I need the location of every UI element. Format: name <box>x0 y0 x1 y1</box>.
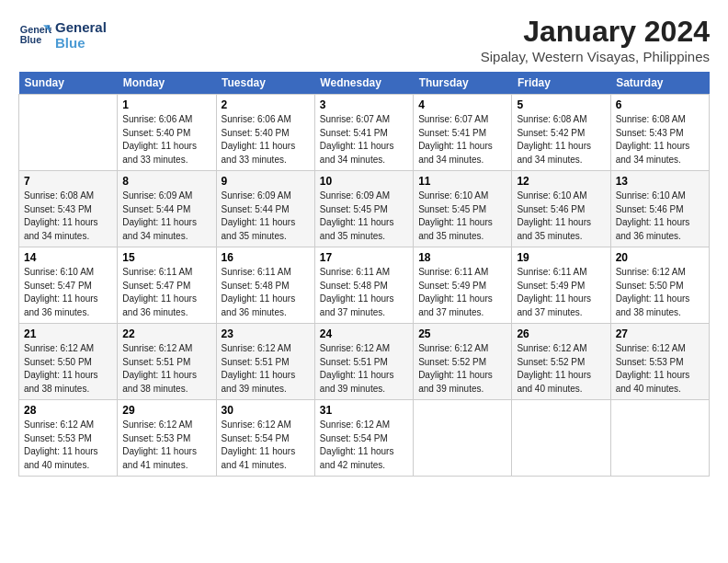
day-info: Sunrise: 6:08 AM Sunset: 5:43 PM Dayligh… <box>616 113 704 167</box>
day-number: 31 <box>320 404 408 417</box>
day-info: Sunrise: 6:09 AM Sunset: 5:45 PM Dayligh… <box>320 190 408 243</box>
day-info: Sunrise: 6:10 AM Sunset: 5:46 PM Dayligh… <box>616 190 704 243</box>
day-info: Sunrise: 6:10 AM Sunset: 5:45 PM Dayligh… <box>418 190 506 243</box>
calendar-week-row: 21Sunrise: 6:12 AM Sunset: 5:50 PM Dayli… <box>19 324 710 400</box>
calendar-cell: 30Sunrise: 6:12 AM Sunset: 5:54 PM Dayli… <box>216 400 314 477</box>
svg-text:Blue: Blue <box>20 34 41 45</box>
calendar-cell: 4Sunrise: 6:07 AM Sunset: 5:41 PM Daylig… <box>414 95 512 171</box>
day-info: Sunrise: 6:11 AM Sunset: 5:48 PM Dayligh… <box>320 266 408 319</box>
day-info: Sunrise: 6:12 AM Sunset: 5:53 PM Dayligh… <box>122 419 210 472</box>
day-info: Sunrise: 6:12 AM Sunset: 5:50 PM Dayligh… <box>24 342 112 396</box>
day-info: Sunrise: 6:07 AM Sunset: 5:41 PM Dayligh… <box>320 113 408 167</box>
calendar-cell: 31Sunrise: 6:12 AM Sunset: 5:54 PM Dayli… <box>314 400 413 477</box>
calendar-cell: 20Sunrise: 6:12 AM Sunset: 5:50 PM Dayli… <box>610 247 709 324</box>
day-number: 2 <box>222 98 310 111</box>
day-number: 25 <box>418 327 506 340</box>
calendar-cell: 11Sunrise: 6:10 AM Sunset: 5:45 PM Dayli… <box>414 171 512 247</box>
calendar-cell: 28Sunrise: 6:12 AM Sunset: 5:53 PM Dayli… <box>19 400 118 477</box>
day-info: Sunrise: 6:12 AM Sunset: 5:51 PM Dayligh… <box>320 342 408 396</box>
day-number: 12 <box>517 175 605 188</box>
day-number: 20 <box>616 251 704 264</box>
day-number: 4 <box>418 98 506 111</box>
calendar-cell: 9Sunrise: 6:09 AM Sunset: 5:44 PM Daylig… <box>216 171 314 247</box>
calendar-cell: 26Sunrise: 6:12 AM Sunset: 5:52 PM Dayli… <box>512 324 610 400</box>
day-number: 26 <box>517 327 605 340</box>
calendar-cell: 21Sunrise: 6:12 AM Sunset: 5:50 PM Dayli… <box>19 324 118 400</box>
logo-line2: Blue <box>55 35 107 51</box>
day-number: 23 <box>222 327 310 340</box>
calendar-cell: 29Sunrise: 6:12 AM Sunset: 5:53 PM Dayli… <box>118 400 216 477</box>
day-number: 15 <box>122 251 210 264</box>
calendar-table: SundayMondayTuesdayWednesdayThursdayFrid… <box>18 72 710 477</box>
calendar-week-row: 1Sunrise: 6:06 AM Sunset: 5:40 PM Daylig… <box>19 95 710 171</box>
day-info: Sunrise: 6:12 AM Sunset: 5:54 PM Dayligh… <box>222 419 310 472</box>
day-info: Sunrise: 6:10 AM Sunset: 5:47 PM Dayligh… <box>24 266 112 319</box>
header-friday: Friday <box>512 72 610 95</box>
title-block: January 2024 Sipalay, Western Visayas, P… <box>481 15 710 64</box>
day-number: 28 <box>24 404 112 417</box>
subtitle: Sipalay, Western Visayas, Philippines <box>481 49 710 64</box>
day-number: 7 <box>24 175 112 188</box>
calendar-week-row: 28Sunrise: 6:12 AM Sunset: 5:53 PM Dayli… <box>19 400 710 477</box>
calendar-cell: 24Sunrise: 6:12 AM Sunset: 5:51 PM Dayli… <box>314 324 413 400</box>
day-number: 27 <box>616 327 704 340</box>
calendar-cell: 27Sunrise: 6:12 AM Sunset: 5:53 PM Dayli… <box>610 324 709 400</box>
calendar-cell: 17Sunrise: 6:11 AM Sunset: 5:48 PM Dayli… <box>314 247 413 324</box>
day-info: Sunrise: 6:08 AM Sunset: 5:42 PM Dayligh… <box>517 113 605 167</box>
day-info: Sunrise: 6:11 AM Sunset: 5:48 PM Dayligh… <box>222 266 310 319</box>
header-tuesday: Tuesday <box>216 72 314 95</box>
calendar-cell: 10Sunrise: 6:09 AM Sunset: 5:45 PM Dayli… <box>314 171 413 247</box>
calendar-cell: 5Sunrise: 6:08 AM Sunset: 5:42 PM Daylig… <box>512 95 610 171</box>
day-number: 5 <box>517 98 605 111</box>
day-info: Sunrise: 6:12 AM Sunset: 5:51 PM Dayligh… <box>222 342 310 396</box>
calendar-cell: 1Sunrise: 6:06 AM Sunset: 5:40 PM Daylig… <box>118 95 216 171</box>
day-info: Sunrise: 6:12 AM Sunset: 5:52 PM Dayligh… <box>517 342 605 396</box>
day-info: Sunrise: 6:07 AM Sunset: 5:41 PM Dayligh… <box>418 113 506 167</box>
day-number: 16 <box>222 251 310 264</box>
day-number: 24 <box>320 327 408 340</box>
header-sunday: Sunday <box>19 72 118 95</box>
day-number: 10 <box>320 175 408 188</box>
calendar-cell: 15Sunrise: 6:11 AM Sunset: 5:47 PM Dayli… <box>118 247 216 324</box>
calendar-cell: 12Sunrise: 6:10 AM Sunset: 5:46 PM Dayli… <box>512 171 610 247</box>
day-info: Sunrise: 6:11 AM Sunset: 5:49 PM Dayligh… <box>418 266 506 319</box>
calendar-cell: 18Sunrise: 6:11 AM Sunset: 5:49 PM Dayli… <box>414 247 512 324</box>
day-number: 1 <box>122 98 210 111</box>
calendar-cell <box>610 400 709 477</box>
day-info: Sunrise: 6:12 AM Sunset: 5:53 PM Dayligh… <box>616 342 704 396</box>
day-info: Sunrise: 6:11 AM Sunset: 5:49 PM Dayligh… <box>517 266 605 319</box>
calendar-cell: 16Sunrise: 6:11 AM Sunset: 5:48 PM Dayli… <box>216 247 314 324</box>
logo-icon: General Blue <box>18 18 51 52</box>
calendar-cell: 8Sunrise: 6:09 AM Sunset: 5:44 PM Daylig… <box>118 171 216 247</box>
calendar-cell <box>414 400 512 477</box>
day-number: 22 <box>122 327 210 340</box>
calendar-header-row: SundayMondayTuesdayWednesdayThursdayFrid… <box>19 72 710 95</box>
calendar-cell <box>19 95 118 171</box>
day-info: Sunrise: 6:12 AM Sunset: 5:51 PM Dayligh… <box>122 342 210 396</box>
day-info: Sunrise: 6:09 AM Sunset: 5:44 PM Dayligh… <box>122 190 210 243</box>
day-number: 11 <box>418 175 506 188</box>
header-wednesday: Wednesday <box>314 72 413 95</box>
day-number: 6 <box>616 98 704 111</box>
day-number: 21 <box>24 327 112 340</box>
day-number: 3 <box>320 98 408 111</box>
calendar-cell: 25Sunrise: 6:12 AM Sunset: 5:52 PM Dayli… <box>414 324 512 400</box>
day-number: 29 <box>122 404 210 417</box>
calendar-cell <box>512 400 610 477</box>
day-number: 19 <box>517 251 605 264</box>
header-thursday: Thursday <box>414 72 512 95</box>
header-monday: Monday <box>118 72 216 95</box>
day-info: Sunrise: 6:12 AM Sunset: 5:52 PM Dayligh… <box>418 342 506 396</box>
calendar-week-row: 7Sunrise: 6:08 AM Sunset: 5:43 PM Daylig… <box>19 171 710 247</box>
day-info: Sunrise: 6:12 AM Sunset: 5:54 PM Dayligh… <box>320 419 408 472</box>
day-info: Sunrise: 6:12 AM Sunset: 5:53 PM Dayligh… <box>24 419 112 472</box>
day-number: 14 <box>24 251 112 264</box>
calendar-cell: 22Sunrise: 6:12 AM Sunset: 5:51 PM Dayli… <box>118 324 216 400</box>
logo: General Blue General Blue <box>18 18 107 52</box>
day-number: 13 <box>616 175 704 188</box>
calendar-cell: 2Sunrise: 6:06 AM Sunset: 5:40 PM Daylig… <box>216 95 314 171</box>
calendar-cell: 3Sunrise: 6:07 AM Sunset: 5:41 PM Daylig… <box>314 95 413 171</box>
day-info: Sunrise: 6:09 AM Sunset: 5:44 PM Dayligh… <box>222 190 310 243</box>
page-header: General Blue General Blue January 2024 S… <box>18 15 710 64</box>
day-number: 9 <box>222 175 310 188</box>
